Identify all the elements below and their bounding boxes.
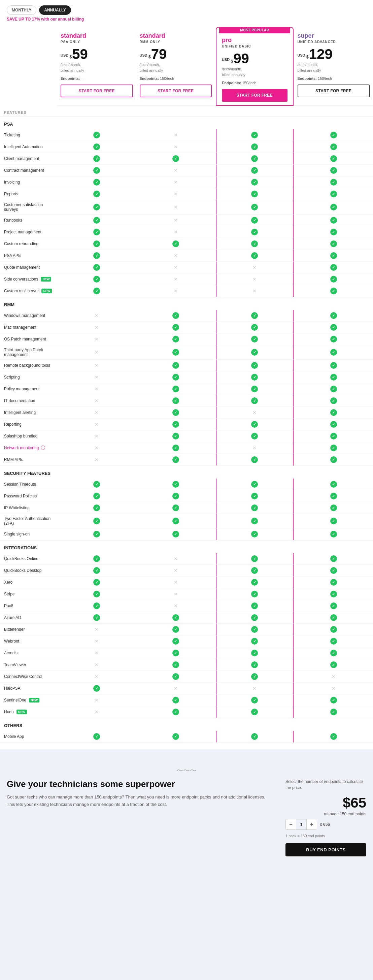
feature-cell: ✓ <box>216 659 294 671</box>
price-detail: /tech/month,billed annually <box>222 66 287 78</box>
check-mark: ✓ <box>172 456 179 463</box>
check-mark: ✓ <box>251 591 258 597</box>
x-mark: ✕ <box>172 555 179 562</box>
check-mark: ✓ <box>330 204 337 210</box>
feature-cell: ✓ <box>216 600 294 612</box>
check-mark: ✓ <box>330 591 337 597</box>
stepper-plus[interactable]: + <box>307 819 317 829</box>
feature-cell: ✓ <box>137 321 216 333</box>
features-label: FEATURES <box>0 106 373 116</box>
monthly-toggle[interactable]: MONTHLY <box>7 5 37 15</box>
feature-name: Azure AD <box>0 612 57 624</box>
multiplier-text: x 65$ <box>320 822 330 827</box>
feature-name: Client management <box>0 153 57 165</box>
feature-cell: ✓ <box>294 588 373 600</box>
plan-header-pro: MOST POPULARproUNIFIED BASIC USD $ 99 /t… <box>216 27 294 106</box>
feature-cell: ✓ <box>216 624 294 635</box>
feature-cell: ✓ <box>57 502 137 514</box>
x-mark: ✕ <box>172 579 179 585</box>
feature-cell: ✕ <box>137 215 216 226</box>
start-free-button[interactable]: START FOR FREE <box>140 84 212 97</box>
check-mark: ✓ <box>172 504 179 511</box>
feature-cell: ✓ <box>57 577 137 588</box>
feature-cell: ✕ <box>216 262 294 274</box>
x-mark: ✕ <box>251 409 258 416</box>
check-mark: ✓ <box>172 374 179 380</box>
plan-subtitle: UNIFIED ADVANCED <box>298 40 370 44</box>
check-mark: ✓ <box>93 167 100 174</box>
feature-cell: ✓ <box>57 200 137 215</box>
plan-header-standard-psa: standardPSA ONLY USD $ 59 /tech/month,bi… <box>57 27 137 106</box>
check-mark: ✓ <box>251 433 258 439</box>
feature-cell: ✓ <box>216 310 294 321</box>
stepper-minus[interactable]: − <box>286 819 296 829</box>
feature-cell: ✓ <box>216 141 294 153</box>
plan-subtitle: UNIFIED BASIC <box>222 45 287 48</box>
feature-name: Session Timeouts <box>0 479 57 490</box>
annually-toggle[interactable]: ANNUALLY <box>39 5 71 15</box>
feature-cell: ✓ <box>57 274 137 285</box>
feature-cell: ✓ <box>294 528 373 540</box>
feature-cell: ✕ <box>57 430 137 442</box>
x-mark: ✕ <box>172 204 179 210</box>
stepper-row: − 1 + x 65$ <box>286 819 366 830</box>
buy-endpoints-button[interactable]: BUY END POINTS <box>286 843 366 856</box>
feature-cell: ✓ <box>57 285 137 297</box>
feature-name: Mobile App <box>0 731 57 743</box>
start-free-button[interactable]: START FOR FREE <box>60 84 133 97</box>
feature-cell: ✓ <box>294 490 373 502</box>
feature-name[interactable]: Network monitoring ⓘ <box>0 442 57 454</box>
x-mark: ✕ <box>172 603 179 609</box>
feature-cell: ✕ <box>57 624 137 635</box>
x-mark: ✕ <box>93 673 100 680</box>
check-mark: ✓ <box>330 132 337 138</box>
feature-cell: ✓ <box>137 442 216 454</box>
superpower-text: Give your technicians some superpower Go… <box>7 779 272 808</box>
check-mark: ✓ <box>251 167 258 174</box>
check-mark: ✓ <box>330 167 337 174</box>
x-mark: ✕ <box>93 697 100 703</box>
feature-cell: ✓ <box>216 129 294 141</box>
x-mark: ✕ <box>172 252 179 259</box>
feature-cell: ✓ <box>294 659 373 671</box>
feature-cell: ✓ <box>216 383 294 395</box>
feature-name: Invoicing <box>0 177 57 188</box>
top-bar: MONTHLY ANNUALLY SAVE UP TO 17% with our… <box>0 0 373 27</box>
superpower-inner: Give your technicians some superpower Go… <box>7 779 366 856</box>
feature-cell: ✕ <box>57 454 137 466</box>
feature-cell: ✓ <box>216 250 294 262</box>
check-mark: ✓ <box>251 336 258 342</box>
feature-cell: ✓ <box>137 395 216 407</box>
price-amount: 99 <box>233 51 249 66</box>
calc-price-sub: manage 150 end points <box>286 811 366 816</box>
feature-cell: ✕ <box>137 600 216 612</box>
check-mark: ✓ <box>330 386 337 392</box>
feature-cell: ✓ <box>137 635 216 647</box>
start-free-button[interactable]: START FOR FREE <box>222 89 287 102</box>
check-mark: ✓ <box>251 324 258 331</box>
check-mark: ✓ <box>330 697 337 703</box>
x-mark: ✕ <box>93 362 100 369</box>
feature-cell: ✓ <box>216 671 294 682</box>
feature-name: IP Whitelisting <box>0 502 57 514</box>
start-free-button[interactable]: START FOR FREE <box>298 84 370 97</box>
info-icon[interactable]: ⓘ <box>41 445 45 451</box>
feature-cell: ✕ <box>137 226 216 238</box>
check-mark: ✓ <box>172 709 179 715</box>
feature-name: Side conversations NEW <box>0 274 57 285</box>
check-mark: ✓ <box>330 456 337 463</box>
feature-cell: ✓ <box>294 200 373 215</box>
check-mark: ✓ <box>330 603 337 609</box>
feature-name: Windows management <box>0 310 57 321</box>
feature-cell: ✓ <box>216 153 294 165</box>
check-mark: ✓ <box>251 650 258 656</box>
wavy-divider: 〜〜〜 <box>7 763 366 779</box>
plan-subtitle: RMM ONLY <box>140 40 212 44</box>
feature-cell: ✓ <box>294 226 373 238</box>
price-row: USD $ 129 <box>298 47 370 61</box>
check-mark: ✓ <box>251 504 258 511</box>
most-popular-badge: MOST POPULAR <box>219 27 290 33</box>
check-mark: ✓ <box>93 493 100 500</box>
check-mark: ✓ <box>172 312 179 319</box>
feature-cell: ✕ <box>137 177 216 188</box>
